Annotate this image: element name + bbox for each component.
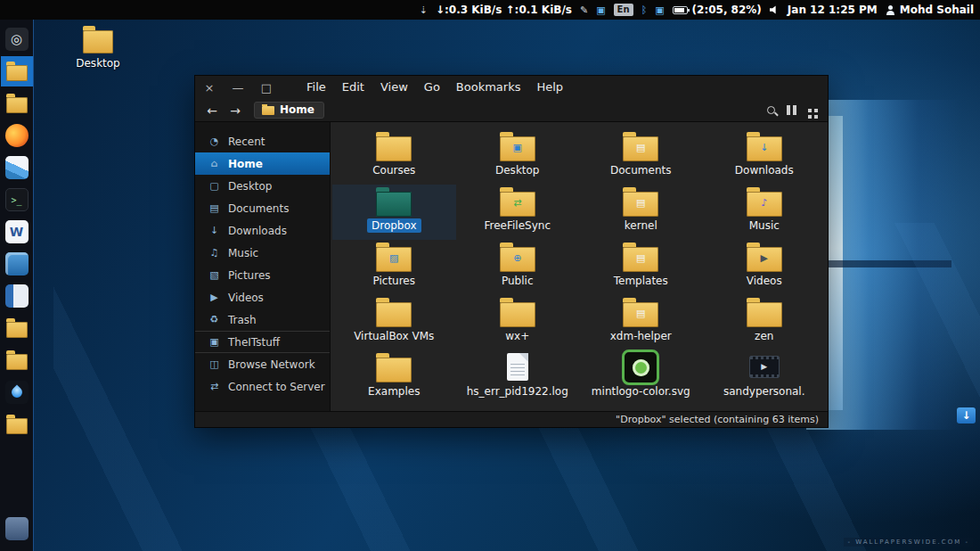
clock[interactable]: Jan 12 1:25 PM [788, 4, 878, 16]
file-item-videos[interactable]: ▶Videos [703, 240, 827, 295]
keyboard-layout-badge[interactable]: En [614, 4, 633, 16]
dock-item-photos[interactable] [1, 152, 33, 183]
file-item-virtualbox-vms[interactable]: VirtualBox VMs [332, 295, 456, 350]
display-icon[interactable]: ▣ [596, 4, 605, 16]
app-launcher-icon: ◎ [5, 28, 29, 51]
menu-view[interactable]: View [372, 76, 416, 99]
grid-view-icon[interactable] [808, 109, 812, 112]
file-item-courses[interactable]: Courses [332, 129, 456, 185]
sidebar-label: TheITstuff [228, 336, 280, 349]
sidebar-item-browse-network[interactable]: ◫Browse Network [195, 353, 330, 375]
sidebar-item-theitstuff[interactable]: ▣TheITstuff [195, 331, 330, 353]
file-label: kernel [620, 218, 662, 233]
folder-icon: ▣ [496, 131, 539, 163]
breadcrumb[interactable]: Home [254, 102, 324, 119]
dropbox-folder-icon [372, 186, 415, 218]
terminal-icon: >_ [5, 188, 29, 211]
compact-view-icon[interactable] [787, 105, 796, 115]
search-icon[interactable] [767, 106, 775, 114]
sidebar-item-connect-to-server[interactable]: ⇄Connect to Server [195, 375, 330, 398]
file-item-public[interactable]: ⊕Public [456, 240, 580, 295]
close-button[interactable]: × [195, 81, 224, 95]
dock-item-app-window[interactable] [1, 249, 33, 279]
compose-icon[interactable]: ✎ [580, 4, 588, 16]
network-speed[interactable]: ↓:0.3 KiB/s ↑:0.1 KiB/s [436, 4, 572, 16]
file-manager-icon [6, 65, 28, 81]
sidebar-item-documents[interactable]: ▤Documents [195, 197, 330, 219]
sidebar-item-trash[interactable]: ♻Trash [195, 308, 330, 331]
file-item-music[interactable]: ♪Music [703, 185, 827, 240]
file-item-mintlogo[interactable]: mintlogo-color.svg [579, 350, 703, 406]
file-item-xdm-helper[interactable]: ▤xdm-helper [579, 295, 703, 350]
dock-item-mail[interactable] [1, 281, 33, 311]
maximize-button[interactable]: □ [252, 81, 281, 95]
dock-item-bottom-app[interactable] [1, 514, 33, 544]
file-item-zen[interactable]: zen [703, 295, 827, 350]
menu-file[interactable]: File [298, 76, 334, 99]
folder-icon [372, 131, 415, 163]
file-label: xdm-helper [606, 329, 676, 343]
wallpaper-watermark: - WALLPAPERSWIDE.COM - [844, 538, 973, 547]
minimize-button[interactable]: — [224, 81, 252, 95]
menu-bookmarks[interactable]: Bookmarks [448, 76, 529, 99]
dock-item-folder-a[interactable] [1, 313, 33, 343]
volume-icon[interactable] [770, 5, 780, 14]
dock-item-app-launcher[interactable]: ◎ [1, 24, 33, 54]
dock-item-folder-b[interactable] [1, 345, 33, 375]
sidebar-item-music[interactable]: ♫Music [195, 242, 330, 264]
file-label: Videos [742, 274, 787, 288]
back-button[interactable]: ← [202, 103, 222, 118]
sidebar-item-home[interactable]: ⌂Home [195, 152, 330, 175]
menu-edit[interactable]: Edit [334, 76, 372, 99]
dock-item-file-manager[interactable] [1, 56, 33, 86]
sidebar-label: Desktop [228, 180, 273, 193]
dock-item-folder-c[interactable] [1, 409, 33, 440]
menu-help[interactable]: Help [528, 76, 571, 99]
file-item-pictures[interactable]: ▨Pictures [332, 240, 456, 295]
sidebar-item-downloads[interactable]: ↓Downloads [195, 219, 330, 242]
sidebar: ◔Recent ⌂Home ▢Desktop ▤Documents ↓Downl… [195, 122, 331, 411]
dock-item-folder-shortcut[interactable] [1, 88, 33, 119]
menu-go[interactable]: Go [416, 76, 448, 99]
dock-item-terminal[interactable]: >_ [1, 185, 33, 215]
user-menu[interactable]: Mohd Sohail [886, 4, 974, 16]
dock-item-firefox[interactable] [1, 120, 33, 151]
sidebar-label: Documents [228, 202, 289, 215]
file-item-dropbox[interactable]: Dropbox [332, 185, 456, 240]
file-label: Documents [606, 163, 675, 177]
file-item-documents[interactable]: ▤Documents [579, 129, 703, 185]
desktop-icon-desktop[interactable]: Desktop [69, 30, 127, 70]
file-label: FreeFileSync [480, 218, 555, 233]
file-item-desktop[interactable]: ▣Desktop [456, 129, 580, 185]
sidebar-label: Pictures [228, 269, 271, 282]
sidebar-item-videos[interactable]: ▶Videos [195, 286, 330, 308]
top-panel: ⇣ ↓:0.3 KiB/s ↑:0.1 KiB/s ✎ ▣ En ᛒ ▣ (2:… [0, 0, 980, 20]
file-item-kernel[interactable]: ▤kernel [579, 185, 703, 240]
folder-icon: ▨ [372, 242, 415, 274]
bluetooth-icon[interactable]: ᛒ [641, 4, 648, 16]
text-file-icon [496, 352, 539, 384]
network-monitor-icon[interactable]: ⇣ [420, 4, 428, 16]
window-titlebar[interactable]: × — □ File Edit View Go Bookmarks Help [195, 76, 828, 99]
folder-icon [372, 297, 415, 329]
file-item-templates[interactable]: ▤Templates [579, 240, 703, 295]
dock-item-word[interactable]: W [1, 217, 33, 247]
photos-icon [5, 156, 29, 179]
sidebar-item-pictures[interactable]: ▧Pictures [195, 264, 330, 286]
sidebar-item-desktop[interactable]: ▢Desktop [195, 175, 330, 197]
download-overlay-icon[interactable]: ↓ [957, 407, 976, 424]
downloads-icon: ↓ [208, 225, 220, 236]
sidebar-item-recent[interactable]: ◔Recent [195, 130, 330, 152]
folder-icon: ⇄ [496, 186, 539, 218]
display-icon-2[interactable]: ▣ [655, 4, 664, 16]
forward-button[interactable]: → [225, 103, 245, 118]
file-item-downloads[interactable]: ↓Downloads [703, 129, 827, 185]
file-item-freefilesync[interactable]: ⇄FreeFileSync [456, 185, 580, 240]
battery-indicator[interactable]: (2:05, 82%) [673, 4, 762, 16]
file-item-sandypersonal[interactable]: ▶sandypersonal. [703, 350, 827, 406]
file-label: mintlogo-color.svg [587, 384, 695, 399]
file-item-wx[interactable]: wx+ [456, 295, 580, 350]
file-item-examples[interactable]: Examples [332, 350, 456, 406]
file-item-log[interactable]: hs_err_pid1922.log [456, 350, 580, 406]
dock-item-water-drop[interactable] [1, 377, 33, 407]
